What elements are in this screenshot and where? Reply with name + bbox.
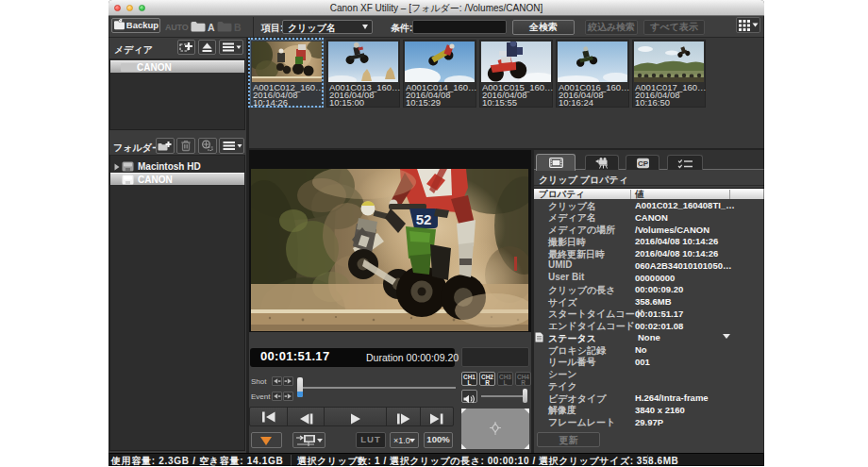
svg-text:CP: CP bbox=[637, 159, 648, 168]
svg-text:52: 52 bbox=[416, 211, 432, 227]
